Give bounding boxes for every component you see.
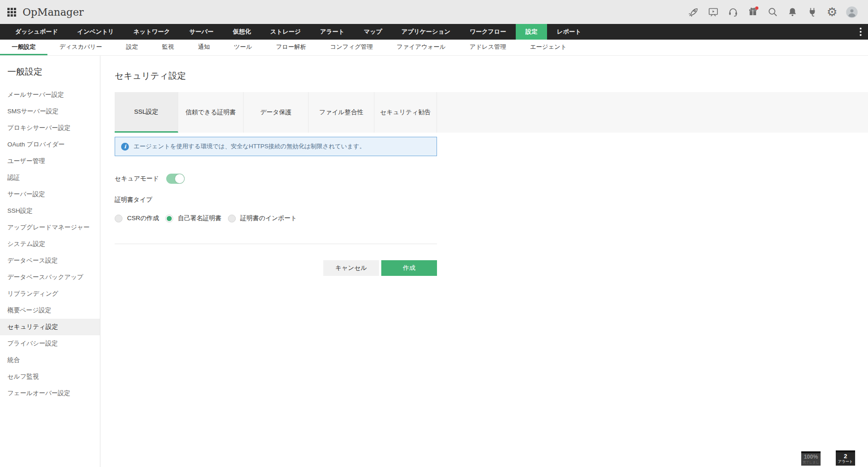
apps-grid-icon[interactable] — [7, 8, 16, 17]
sidebar-item-failover-settings[interactable]: フェールオーバー設定 — [0, 385, 100, 402]
nav-settings[interactable]: 設定 — [516, 24, 547, 40]
create-button[interactable]: 作成 — [381, 260, 437, 276]
sidebar-item-integrations[interactable]: 統合 — [0, 352, 100, 368]
kebab-menu-icon[interactable] — [853, 24, 868, 40]
sidebar-item-database-settings[interactable]: データベース設定 — [0, 252, 100, 269]
tab-security-advisory[interactable]: セキュリティ勧告 — [374, 92, 437, 133]
secure-mode-toggle[interactable] — [166, 174, 185, 184]
info-icon: i — [121, 143, 129, 151]
tab-trusted-certificates[interactable]: 信頼できる証明書 — [178, 92, 244, 133]
nav-workflow[interactable]: ワークフロー — [460, 24, 516, 40]
subnav-monitoring[interactable]: 監視 — [150, 40, 186, 55]
security-settings-panel: セキュリティ設定 SSL設定 信頼できる証明書 データ保護 ファイル整合性 セキ… — [100, 56, 868, 467]
sidebar-item-self-monitoring[interactable]: セルフ監視 — [0, 368, 100, 385]
certificate-type-label: 証明書タイプ — [115, 196, 868, 204]
nav-alerts[interactable]: アラート — [310, 24, 354, 40]
nav-applications[interactable]: アプリケーション — [392, 24, 460, 40]
nav-server[interactable]: サーバー — [180, 24, 223, 40]
bell-icon[interactable] — [786, 6, 798, 18]
sidebar-item-rebranding[interactable]: リブランディング — [0, 286, 100, 302]
sidebar-item-security-settings[interactable]: セキュリティ設定 — [0, 319, 100, 335]
subnav-discovery[interactable]: ディスカバリー — [47, 40, 114, 55]
info-banner-text: エージェントを使用する環境では、安全なHTTPS接続の無効化は制限されています。 — [134, 142, 365, 151]
subnav-tools[interactable]: ツール — [222, 40, 264, 55]
settings-sidebar: 一般設定 メールサーバー設定 SMSサーバー設定 プロキシサーバー設定 OAut… — [0, 56, 100, 467]
tab-file-integrity[interactable]: ファイル整合性 — [309, 92, 374, 133]
subnav-agent[interactable]: エージェント — [518, 40, 579, 55]
nav-dashboard[interactable]: ダッシュボード — [6, 24, 68, 40]
nav-virtualization[interactable]: 仮想化 — [223, 24, 261, 40]
nav-reports[interactable]: レポート — [547, 24, 591, 40]
security-tabs: SSL設定 信頼できる証明書 データ保護 ファイル整合性 セキュリティ勧告 — [115, 92, 868, 133]
subnav-address-management[interactable]: アドレス管理 — [458, 40, 518, 55]
cancel-button[interactable]: キャンセル — [323, 260, 379, 276]
sidebar-item-privacy-settings[interactable]: プライバシー設定 — [0, 335, 100, 352]
app-logo: OpManager — [23, 6, 84, 18]
radio-self-signed-certificate[interactable]: 自己署名証明書 — [165, 214, 221, 222]
sidebar-item-upgrade-manager[interactable]: アップグレードマネージャー — [0, 219, 100, 236]
radio-import-certificate[interactable]: 証明書のインポート — [228, 214, 297, 222]
user-avatar[interactable] — [846, 6, 858, 18]
radio-create-csr[interactable]: CSRの作成 — [115, 214, 159, 222]
radio-self-signed-circle[interactable] — [165, 215, 173, 222]
radio-import-certificate-circle[interactable] — [228, 215, 236, 222]
nav-storage[interactable]: ストレージ — [261, 24, 310, 40]
sidebar-item-database-backup[interactable]: データベースバックアップ — [0, 269, 100, 286]
nav-inventory[interactable]: インベントリ — [68, 24, 124, 40]
certificate-type-options: CSRの作成 自己署名証明書 証明書のインポート — [115, 214, 868, 222]
subnav-configuration[interactable]: 設定 — [114, 40, 150, 55]
sidebar-item-mail-server[interactable]: メールサーバー設定 — [0, 87, 100, 103]
subnav-flow-analysis[interactable]: フロー解析 — [264, 40, 318, 55]
tab-ssl-settings[interactable]: SSL設定 — [115, 92, 178, 133]
nav-maps[interactable]: マップ — [354, 24, 392, 40]
subnav-general-settings[interactable]: 一般設定 — [0, 40, 47, 55]
headset-icon[interactable] — [727, 6, 739, 18]
sidebar-item-oauth-provider[interactable]: OAuth プロバイダー — [0, 136, 100, 153]
plug-icon[interactable] — [806, 6, 818, 18]
page-title: セキュリティ設定 — [115, 70, 868, 82]
rocket-icon[interactable] — [687, 6, 699, 18]
nav-network[interactable]: ネットワーク — [124, 24, 180, 40]
gear-icon[interactable]: ⚙ — [826, 6, 838, 18]
notification-dot — [755, 6, 758, 10]
sidebar-title: 一般設定 — [0, 66, 100, 78]
sidebar-item-overview-page[interactable]: 概要ページ設定 — [0, 302, 100, 319]
info-banner: i エージェントを使用する環境では、安全なHTTPS接続の無効化は制限されていま… — [115, 137, 437, 156]
sidebar-item-user-management[interactable]: ユーザー管理 — [0, 153, 100, 169]
search-icon[interactable] — [767, 6, 779, 18]
settings-sub-navigation: 一般設定 ディスカバリー 設定 監視 通知 ツール フロー解析 コンフィグ管理 … — [0, 40, 868, 56]
secure-mode-label: セキュアモード — [115, 175, 159, 183]
top-bar: OpManager — [0, 0, 868, 24]
radio-create-csr-circle[interactable] — [115, 215, 122, 222]
sidebar-item-authentication[interactable]: 認証 — [0, 169, 100, 186]
tab-data-protection[interactable]: データ保護 — [244, 92, 309, 133]
sidebar-item-sms-server[interactable]: SMSサーバー設定 — [0, 103, 100, 120]
alert-count-badge[interactable]: 2 アラート — [836, 450, 855, 466]
subnav-firewall[interactable]: ファイアウォール — [385, 40, 458, 55]
gift-icon[interactable] — [747, 6, 759, 18]
download-progress-badge[interactable]: 100% 完了しまし — [801, 451, 821, 466]
main-navigation: ダッシュボード インベントリ ネットワーク サーバー 仮想化 ストレージ アラー… — [0, 24, 868, 40]
topbar-icon-row: ⚙ — [687, 6, 861, 18]
form-divider — [115, 244, 437, 244]
demo-player-icon[interactable] — [707, 6, 719, 18]
subnav-config-management[interactable]: コンフィグ管理 — [318, 40, 385, 55]
sidebar-item-system-settings[interactable]: システム設定 — [0, 236, 100, 252]
sidebar-item-proxy-server[interactable]: プロキシサーバー設定 — [0, 120, 100, 136]
subnav-notification[interactable]: 通知 — [186, 40, 222, 55]
sidebar-item-server-settings[interactable]: サーバー設定 — [0, 186, 100, 203]
sidebar-item-ssh-settings[interactable]: SSH設定 — [0, 203, 100, 219]
